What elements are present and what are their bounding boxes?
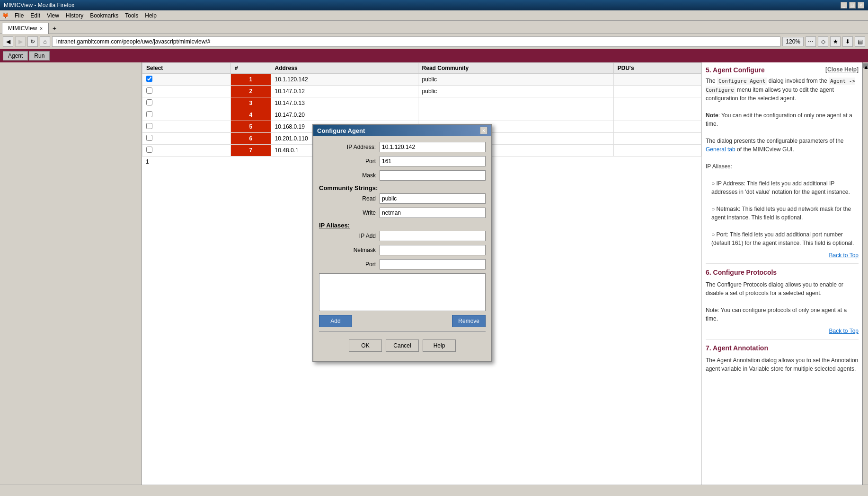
back-to-top-2[interactable]: Back to Top bbox=[706, 327, 859, 335]
ip-address-input[interactable] bbox=[380, 142, 486, 152]
back-btn[interactable]: ◀ bbox=[3, 36, 13, 47]
modal-buttons: OK Cancel Help bbox=[319, 336, 486, 356]
nav-bar: ◀ ▶ ↻ ⌂ 120% ⋯ ◇ ★ ⬇ ▤ bbox=[0, 34, 868, 49]
title-bar: MIMICView - Mozilla Firefox _ □ × bbox=[0, 0, 868, 10]
scrollbar[interactable]: ▲ bbox=[862, 62, 868, 485]
agent-btn[interactable]: Agent bbox=[3, 51, 28, 61]
row-num-cell: 3 bbox=[230, 97, 271, 109]
menu-file[interactable]: File bbox=[12, 11, 27, 20]
row-read-community-cell bbox=[418, 109, 613, 121]
port-row: Port bbox=[319, 156, 486, 166]
address-bar[interactable] bbox=[52, 36, 780, 47]
row-num-cell: 2 bbox=[230, 86, 271, 97]
modal-close-btn[interactable]: × bbox=[480, 127, 487, 134]
port-label: Port bbox=[319, 158, 376, 165]
minimize-btn[interactable]: _ bbox=[841, 2, 847, 9]
write-input[interactable] bbox=[380, 208, 486, 218]
col-pdus: PDU's bbox=[613, 63, 701, 74]
new-tab-btn[interactable]: + bbox=[49, 24, 60, 33]
row-pdus-cell bbox=[613, 74, 701, 86]
left-panel bbox=[0, 62, 142, 485]
help-section6-p1: The Configure Protocols dialog allows yo… bbox=[706, 280, 859, 297]
help-ip-aliases-header: IP Aliases: bbox=[706, 162, 859, 171]
menu-tools[interactable]: Tools bbox=[122, 11, 141, 20]
browser-tab[interactable]: MIMICView × bbox=[2, 23, 49, 34]
modal-title: Configure Agent bbox=[317, 127, 365, 134]
row-checkbox[interactable] bbox=[146, 147, 152, 153]
port2-row: Port bbox=[319, 259, 486, 270]
refresh-btn[interactable]: ↻ bbox=[27, 36, 38, 47]
download-btn[interactable]: ⬇ bbox=[842, 36, 853, 47]
modal-title-bar: Configure Agent × bbox=[313, 125, 491, 136]
back-to-top-1[interactable]: Back to Top bbox=[706, 251, 859, 260]
port-input[interactable] bbox=[380, 156, 486, 166]
read-input[interactable] bbox=[380, 193, 486, 204]
remove-btn[interactable]: Remove bbox=[452, 315, 486, 327]
menu-history[interactable]: History bbox=[63, 11, 86, 20]
row-select-cell bbox=[142, 133, 231, 145]
cancel-btn[interactable]: Cancel bbox=[386, 339, 419, 352]
browser-title: MIMICView - Mozilla Firefox bbox=[4, 2, 74, 9]
menu-bookmarks[interactable]: Bookmarks bbox=[87, 11, 121, 20]
aliases-textarea[interactable] bbox=[319, 273, 486, 311]
row-num-cell: 7 bbox=[230, 145, 271, 157]
menu-bar: 🦊 File Edit View History Bookmarks Tools… bbox=[0, 10, 868, 21]
close-help-btn[interactable]: [Close Help] bbox=[825, 66, 859, 74]
mask-label: Mask bbox=[319, 172, 376, 179]
app-toolbar: Agent Run bbox=[0, 49, 868, 62]
pocket-btn[interactable]: ◇ bbox=[818, 36, 828, 47]
ip-aliases-header: IP Aliases: bbox=[319, 222, 486, 229]
row-checkbox[interactable] bbox=[146, 123, 152, 129]
home-btn[interactable]: ⌂ bbox=[40, 36, 50, 47]
ip-add-label: IP Add bbox=[319, 233, 376, 239]
col-select: Select bbox=[142, 63, 231, 74]
add-btn[interactable]: Add bbox=[319, 315, 352, 327]
general-tab-link[interactable]: General tab bbox=[706, 146, 735, 153]
row-num-cell: 6 bbox=[230, 133, 271, 145]
row-checkbox[interactable] bbox=[146, 99, 152, 105]
row-select-cell bbox=[142, 121, 231, 133]
help-section7-p1: The Agent Annotation dialog allows you t… bbox=[706, 356, 859, 373]
run-btn[interactable]: Run bbox=[29, 51, 50, 61]
row-num-cell: 5 bbox=[230, 121, 271, 133]
row-checkbox[interactable] bbox=[146, 135, 152, 141]
ok-btn[interactable]: OK bbox=[349, 339, 382, 352]
close-btn[interactable]: × bbox=[858, 2, 864, 9]
row-checkbox[interactable] bbox=[146, 111, 152, 117]
help-section7-header: 7. Agent Annotation bbox=[706, 343, 859, 353]
menu-view[interactable]: View bbox=[44, 11, 62, 20]
menu-extra-btn[interactable]: ⋯ bbox=[806, 36, 816, 47]
mask-input[interactable] bbox=[380, 170, 486, 181]
row-select-cell bbox=[142, 86, 231, 97]
menu-edit[interactable]: Edit bbox=[27, 11, 43, 20]
col-num: # bbox=[230, 63, 271, 74]
row-read-community-cell: public bbox=[418, 74, 613, 86]
tab-close-btn[interactable]: × bbox=[40, 26, 43, 31]
mask-row: Mask bbox=[319, 170, 486, 181]
help-bullet-2: Netmask: This field lets you add network… bbox=[711, 205, 859, 222]
sidebar-toggle-btn[interactable]: ▤ bbox=[855, 36, 865, 47]
write-row: Write bbox=[319, 208, 486, 218]
read-row: Read bbox=[319, 193, 486, 204]
ip-add-row: IP Add bbox=[319, 231, 486, 241]
port2-input[interactable] bbox=[380, 259, 486, 270]
row-checkbox[interactable] bbox=[146, 76, 152, 82]
row-pdus-cell bbox=[613, 97, 701, 109]
restore-btn[interactable]: □ bbox=[849, 2, 856, 9]
row-num-cell: 4 bbox=[230, 109, 271, 121]
row-read-community-cell: public bbox=[418, 86, 613, 97]
help-bullet-3: Port: This field lets you add additional… bbox=[711, 230, 859, 247]
bookmark-btn[interactable]: ★ bbox=[830, 36, 841, 47]
table-row: 210.147.0.12public bbox=[142, 86, 701, 97]
ip-add-input[interactable] bbox=[380, 231, 486, 241]
row-checkbox[interactable] bbox=[146, 87, 152, 94]
help-btn[interactable]: Help bbox=[423, 339, 456, 352]
forward-btn[interactable]: ▶ bbox=[15, 36, 26, 47]
row-pdus-cell bbox=[613, 86, 701, 97]
row-select-cell bbox=[142, 145, 231, 157]
row-select-cell bbox=[142, 74, 231, 86]
configure-agent-modal[interactable]: Configure Agent × IP Address: Port Mask bbox=[312, 124, 492, 362]
status-bar bbox=[0, 485, 868, 494]
netmask-input[interactable] bbox=[380, 245, 486, 255]
menu-help[interactable]: Help bbox=[142, 11, 159, 20]
